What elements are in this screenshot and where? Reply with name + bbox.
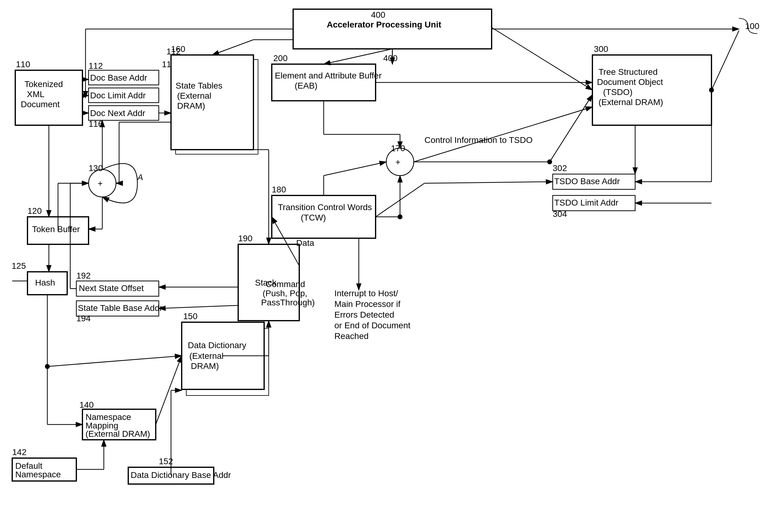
apu-down-ref: 400 [383,53,398,63]
adder-170-ref: 170 [391,143,405,153]
command-label-1: Command [266,280,305,289]
tsdo-base-addr-label: TSDO Base Addr [554,176,620,186]
svg-line-12 [492,27,592,90]
svg-line-14 [212,40,253,55]
data-label: Data [296,238,314,248]
tokenized-xml-ref: 110 [16,60,30,69]
control-info-label-1: Control Information to TSDO [425,135,533,145]
data-dict-ref: 150 [183,312,197,321]
tcw-ref: 180 [272,185,286,194]
svg-point-71 [709,88,714,92]
command-label-3: PassThrough) [261,298,315,307]
next-state-offset-ref: 192 [76,271,91,281]
tsdo-limit-addr-label: TSDO Limit Addr [554,198,618,207]
hash-ref: 125 [12,261,26,271]
interrupt-label-2: Main Processor if [334,299,401,309]
eab-ref: 200 [273,53,288,63]
state-tables-label-1: State Tables [176,81,223,90]
doc-next-ref: 116 [89,119,103,128]
tokenized-xml-label-3: Document [21,99,60,109]
state-tables-label-3: DRAM) [177,101,205,110]
next-state-offset-label: Next State Offset [79,284,144,293]
data-dict-label-2: (External [189,351,223,361]
stack-ref: 190 [238,233,252,243]
doc-base-ref2: 112 [89,61,103,71]
svg-point-68 [547,159,552,164]
tsdo-base-ref: 302 [553,163,567,173]
doc-base-addr-label: Doc Base Addr [90,73,147,82]
tcw-label-1: Transition Control Words [278,202,372,212]
state-table-base-ref: 194 [76,314,91,323]
svg-line-63 [712,31,739,90]
tsdo-limit-ref: 304 [553,209,567,219]
interrupt-label-3: Errors Detected [334,310,394,320]
command-label-2: (Push, Pop, [262,289,307,298]
doc-next-addr-label: Doc Next Addr [90,108,145,118]
data-dict-label-1: Data Dictionary [188,341,246,350]
namespace-mapping-label-1: Namespace [85,412,131,422]
hash-label: Hash [35,278,55,288]
eab-box [272,64,375,101]
svg-line-16 [414,107,592,162]
interrupt-label-1: Interrupt to Host/ [334,289,398,298]
adder-130-label: + [98,179,103,188]
state-table-base-label: State Table Base Addr [78,303,162,313]
tokenized-xml-label-1: Tokenized [24,79,63,89]
interrupt-label-4: or End of Document [334,321,411,330]
eab-label-1: Element and Attribute Buffer [275,71,382,80]
apu-ref: 400 [371,10,385,20]
interrupt-label-5: Reached [334,331,368,341]
adder-130-ref: 130 [89,163,103,173]
svg-line-46 [47,356,182,367]
namespace-mapping-label-3: (External DRAM) [85,429,150,439]
tsdo-label-3: (TSDO) [603,87,632,97]
tsdo-label-2: Document Object [597,77,663,87]
tsdo-label-1: Tree Structured [599,67,657,77]
tcw-label-2: (TCW) [301,213,326,222]
eab-label-2: (EAB) [295,81,317,90]
diagram-container: 100 Accelerator Processing Unit 400 Toke… [0,0,775,532]
tsdo-label-4: (External DRAM) [599,97,663,107]
default-namespace-label-2: Namespace [15,470,61,479]
token-buffer-ref: 120 [27,206,42,215]
token-buffer-label: Token Buffer [32,224,80,234]
svg-point-70 [45,364,50,369]
svg-line-57 [324,162,386,175]
data-dict-label-3: DRAM) [191,361,219,371]
default-namespace-label-1: Default [15,461,42,471]
apu-label-1: Accelerator Processing Unit [327,20,441,29]
doc-limit-addr-label: Doc Limit Addr [90,91,146,100]
svg-line-60 [550,95,592,162]
svg-line-62 [425,182,553,183]
state-tables-ref2: 112 [166,47,181,56]
svg-line-34 [159,306,238,309]
tokenized-xml-box [15,70,82,125]
loop-a-label: A [137,172,143,182]
data-dict-base-label: Data Dictionary Base Addr [131,470,231,480]
default-namespace-ref: 142 [12,447,27,457]
svg-point-69 [398,214,403,219]
adder-170-label: + [396,157,400,167]
tsdo-ref: 300 [594,44,608,54]
svg-line-73 [324,49,393,64]
state-tables-label-2: (External [177,91,211,100]
tokenized-xml-label-2: XML [27,89,45,99]
namespace-mapping-ref: 140 [79,400,94,410]
